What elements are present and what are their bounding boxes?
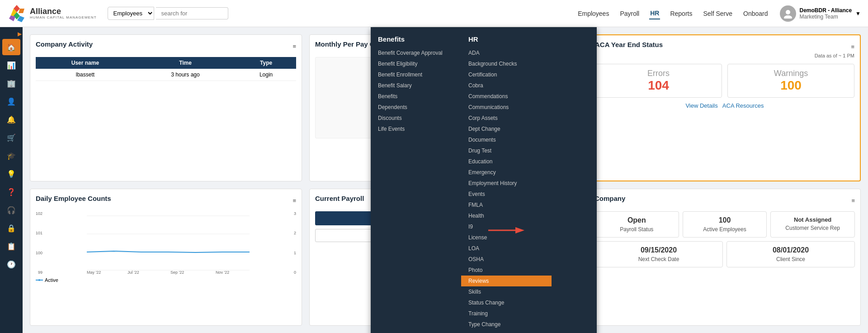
aca-card: ACA Year End Status ≡ Data as of ~ 1 PM … [589,34,861,181]
aca-stats: Errors 104 Warnings 100 [595,64,854,98]
hr-item-17[interactable]: License [461,232,552,243]
sidebar-item-cart[interactable]: 🛒 [2,129,20,146]
hr-item-6[interactable]: Corp Assets [461,113,552,124]
hr-item-1[interactable]: Background Checks [461,58,552,69]
sidebar-item-headset[interactable]: 🎧 [2,202,20,218]
hr-item-19[interactable]: OSHA [461,254,552,265]
next-check-date-label: Next Check Date [599,256,718,262]
daily-employee-menu[interactable]: ≡ [292,197,296,204]
user-dropdown-icon[interactable]: ▼ [855,10,861,17]
hr-item-15[interactable]: Health [461,210,552,221]
hr-item-reviews[interactable]: Reviews [461,276,552,286]
company-info-title: Company [594,195,625,202]
search-input[interactable] [156,7,228,19]
menu-reports[interactable]: Reports [669,8,693,19]
svg-point-6 [786,10,790,14]
logo-text: Alliance Human Capital Management [30,7,97,19]
sidebar-expand-arrow[interactable]: ▶ [18,31,22,37]
benefits-item-7[interactable]: Life Events [371,124,461,134]
benefits-item-1[interactable]: Benefit Eligibility [371,58,461,69]
aca-warnings-label: Warnings [732,69,849,78]
aca-errors-stat: Errors 104 [595,64,722,98]
hr-item-11[interactable]: Emergency [461,167,552,178]
benefits-item-4[interactable]: Benefits [371,91,461,102]
y-axis-left-bottom: 99 [36,270,42,275]
y-axis-left-3: 100 [36,251,42,255]
hr-item-4[interactable]: Commendations [461,91,552,102]
hr-item-10[interactable]: Education [461,156,552,167]
client-since-value: 08/01/2020 [731,246,850,254]
svg-text:May '22: May '22 [87,270,101,275]
sidebar-item-lightbulb[interactable]: 💡 [2,166,20,182]
company-info-menu[interactable]: ≡ [851,197,855,204]
benefits-item-5[interactable]: Dependents [371,102,461,113]
hr-item-13[interactable]: Events [461,189,552,200]
current-payroll-title: Current Payroll [315,195,364,202]
menu-onboard[interactable]: Onboard [742,8,769,19]
chart-legend: Active [36,277,296,283]
hr-item-22[interactable]: Skills [461,286,552,297]
aca-view-details-link[interactable]: View Details [685,102,717,109]
daily-employee-card: Daily Employee Counts ≡ 102 101 100 99 [30,189,302,326]
hr-item-2[interactable]: Certification [461,69,552,80]
employee-chart-svg: May '22 Jul '22 Sep '22 Nov '22 [44,211,292,275]
sidebar-item-person[interactable]: 👤 [2,93,20,109]
hr-item-18[interactable]: LOA [461,243,552,254]
benefits-item-0[interactable]: Benefit Coverage Approval [371,48,461,58]
svg-marker-19 [515,227,524,233]
svg-text:Jul '22: Jul '22 [127,270,139,275]
sidebar-item-help[interactable]: ❓ [2,184,20,200]
sidebar-item-lock[interactable]: 🔒 [2,220,20,236]
y-axis-right-3: 1 [294,251,296,255]
client-since-stat: 08/01/2020 Client Since [726,241,855,267]
active-employees-stat: 100 Active Employees [683,211,767,238]
hr-item-24[interactable]: Training [461,308,552,319]
sidebar-item-clipboard[interactable]: 📋 [2,238,20,254]
menu-hr[interactable]: HR [649,8,660,19]
hr-item-0[interactable]: ADA [461,48,552,58]
hr-item-5[interactable]: Communications [461,102,552,113]
user-team: Marketing Team [800,14,852,20]
table-row: lbassett 3 hours ago Login [36,69,296,81]
search-dropdown[interactable]: Employees [108,7,154,20]
logo-main-text: Alliance [30,7,97,15]
benefits-col: Benefits Benefit Coverage Approval Benef… [371,27,461,333]
svg-point-7 [784,15,792,19]
aca-title: ACA Year End Status [595,41,663,48]
y-axis-right-2: 2 [294,231,296,235]
svg-text:Nov '22: Nov '22 [216,270,229,275]
chart-container: 102 101 100 99 May '22 Jul '22 Sep [36,211,296,275]
company-activity-card: Company Activity ≡ User name Time Type l… [30,34,302,181]
company-activity-menu[interactable]: ≡ [292,43,296,50]
benefits-item-6[interactable]: Discounts [371,113,461,124]
avatar [780,5,796,22]
hr-item-26[interactable]: Warnings [461,330,552,333]
hr-item-9[interactable]: Drug Test [461,145,552,156]
aca-menu[interactable]: ≡ [851,43,854,50]
company-info-card: Company ≡ Open Payroll Status 100 Active… [589,189,861,326]
hr-item-7[interactable]: Dept Change [461,124,552,134]
hr-item-14[interactable]: FMLA [461,200,552,210]
sidebar-item-clock[interactable]: 🕐 [2,256,20,272]
menu-selfserve[interactable]: Self Serve [702,8,733,19]
hr-item-25[interactable]: Type Change [461,319,552,330]
sidebar-item-chart[interactable]: 📊 [2,57,20,73]
hr-item-20[interactable]: Photo [461,265,552,276]
hr-item-3[interactable]: Cobra [461,80,552,91]
sidebar-item-graduation[interactable]: 🎓 [2,147,20,164]
hr-item-12[interactable]: Employment History [461,178,552,189]
aca-resources-link[interactable]: ACA Resources [722,102,764,109]
sidebar-item-bell[interactable]: 🔔 [2,111,20,128]
top-nav: Alliance Human Capital Management Employ… [0,0,868,27]
aca-warnings-value: 100 [732,78,849,93]
sidebar-item-home[interactable]: 🏠 [2,39,20,55]
menu-employees[interactable]: Employees [577,8,610,19]
sidebar-item-building[interactable]: 🏢 [2,75,20,91]
hr-item-8[interactable]: Documents [461,134,552,145]
hr-item-23[interactable]: Status Change [461,297,552,308]
benefits-item-3[interactable]: Benefit Salary [371,80,461,91]
open-payroll-sublabel: Payroll Status [599,226,674,233]
benefits-item-2[interactable]: Benefit Enrollment [371,69,461,80]
menu-payroll[interactable]: Payroll [619,8,640,19]
next-check-date-stat: 09/15/2020 Next Check Date [594,241,723,267]
